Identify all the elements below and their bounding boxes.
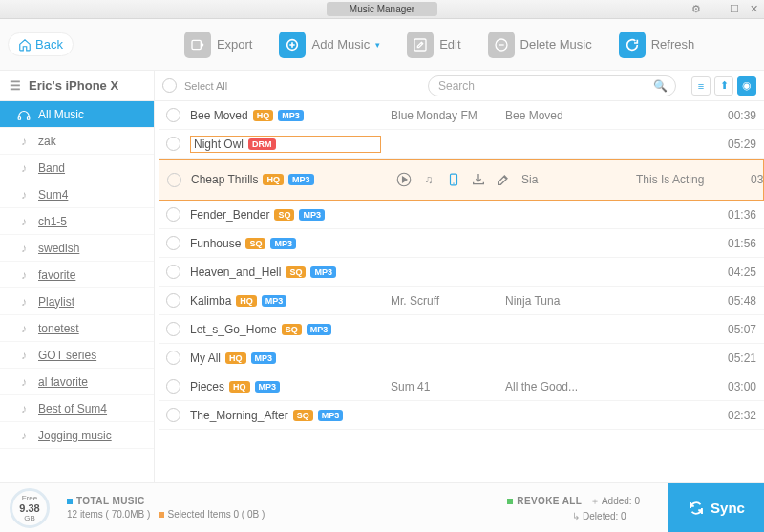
add-music-icon	[279, 32, 306, 58]
revoke-label[interactable]: REVOKE ALL	[517, 496, 582, 506]
sq-badge: SQ	[282, 324, 302, 335]
track-row[interactable]: Pieces HQ MP3Sum 41All the Good...03:00	[159, 372, 764, 401]
track-album: All the Good...	[505, 380, 610, 394]
track-checkbox[interactable]	[167, 173, 181, 187]
sidebar-item-band[interactable]: ♪Band	[0, 155, 154, 181]
track-checkbox[interactable]	[166, 322, 180, 336]
sidebar-item-got-series[interactable]: ♪GOT series	[0, 342, 154, 369]
sidebar-item-jogging-music[interactable]: ♪Jogging music	[0, 422, 154, 449]
note-icon: ♪	[17, 188, 31, 202]
sidebar-item-ch1-5[interactable]: ♪ch1-5	[0, 208, 154, 235]
sort-button[interactable]: ⬆	[714, 76, 733, 96]
note-icon: ♪	[17, 135, 31, 148]
note-icon: ♪	[17, 375, 31, 389]
maximize-icon[interactable]: ☐	[728, 3, 741, 16]
track-row[interactable]: Heaven_and_Hell SQ MP304:25	[159, 258, 764, 287]
track-checkbox[interactable]	[166, 379, 180, 394]
note-icon: ♪	[17, 161, 31, 175]
refresh-button[interactable]: Refresh	[619, 32, 695, 58]
track-row[interactable]: The_Morning_After SQ MP302:32	[159, 401, 764, 430]
track-row[interactable]: Fender_Bender SQ MP301:36	[159, 201, 764, 229]
track-row[interactable]: Let_s_Go_Home SQ MP305:07	[159, 315, 764, 344]
back-label: Back	[35, 37, 63, 52]
sidebar-item-playlist[interactable]: ♪Playlist	[0, 288, 154, 315]
track-row[interactable]: Night Owl DRM05:29	[159, 130, 764, 159]
sidebar-item-favorite[interactable]: ♪favorite	[0, 262, 154, 288]
sidebar-item-tonetest[interactable]: ♪tonetest	[0, 315, 154, 342]
track-rows: Bee Moved HQ MP3Blue Monday FMBee Moved0…	[155, 101, 764, 482]
list-header: Select All Search 🔍 ≡ ⬆ ◉	[155, 71, 764, 101]
track-name: Bee Moved	[190, 109, 248, 122]
sidebar-item-label: tonetest	[38, 322, 79, 335]
add-music-label: Add Music	[311, 37, 370, 52]
sq-badge: SQ	[245, 238, 265, 249]
sidebar-item-zak[interactable]: ♪zak	[0, 128, 154, 155]
track-row[interactable]: Funhouse SQ MP301:56	[159, 229, 764, 258]
track-checkbox[interactable]	[166, 108, 180, 122]
sidebar-item-label: All Music	[38, 108, 84, 121]
track-checkbox[interactable]	[166, 351, 180, 365]
list-view-button[interactable]: ≡	[691, 76, 711, 96]
columns-button[interactable]: ◉	[737, 76, 756, 96]
track-row[interactable]: Bee Moved HQ MP3Blue Monday FMBee Moved0…	[159, 101, 764, 130]
export-button[interactable]: Export	[184, 32, 253, 58]
sync-button[interactable]: Sync	[668, 483, 764, 532]
sidebar-item-all-music[interactable]: All Music	[0, 101, 154, 128]
added-count: Added: 0	[602, 496, 640, 506]
track-row[interactable]: My All HQ MP305:21	[159, 344, 764, 372]
note-icon: ♪	[17, 429, 31, 442]
track-row[interactable]: Kalimba HQ MP3Mr. ScruffNinja Tuna05:48	[159, 287, 764, 315]
delete-music-button[interactable]: Delete Music	[488, 32, 592, 58]
mp3-badge: MP3	[299, 209, 325, 221]
mp3-badge: MP3	[278, 110, 304, 121]
track-name: My All	[190, 351, 221, 365]
edit-icon	[407, 32, 434, 58]
device-row[interactable]: ☰ Eric's iPhone X	[0, 71, 154, 101]
main: ☰ Eric's iPhone X All Music♪zak♪Band♪Sum…	[0, 71, 764, 482]
sidebar-item-al-favorite[interactable]: ♪al favorite	[0, 369, 154, 395]
track-artist: Sia	[521, 173, 626, 186]
back-button[interactable]: Back	[8, 32, 74, 56]
sidebar-item-sum4[interactable]: ♪Sum4	[0, 181, 154, 208]
free-label: Free	[22, 494, 37, 502]
play-icon[interactable]	[395, 171, 413, 188]
free-unit: GB	[24, 514, 35, 522]
total-music-detail: 12 items ( 70.0MB )	[67, 509, 150, 520]
queue-icon[interactable]: ♫	[420, 171, 437, 188]
track-checkbox[interactable]	[166, 265, 180, 279]
deleted-count: Deleted: 0	[583, 511, 626, 521]
search-input[interactable]: Search 🔍	[428, 75, 676, 96]
toolbar: Back Export Add Music ▾ Edit Delete Musi…	[0, 19, 764, 71]
sidebar-item-best-of-sum4[interactable]: ♪Best of Sum4	[0, 395, 154, 422]
edit-track-icon[interactable]	[495, 171, 512, 188]
sync-label: Sync	[711, 500, 745, 516]
select-all-checkbox[interactable]	[162, 78, 177, 93]
free-value: 9.38	[19, 502, 39, 514]
track-album: Ninja Tuna	[505, 294, 610, 308]
sidebar-item-label: ch1-5	[38, 215, 67, 228]
track-checkbox[interactable]	[166, 408, 180, 422]
import-icon[interactable]	[470, 171, 487, 188]
export-label: Export	[217, 37, 253, 52]
track-checkbox[interactable]	[166, 207, 180, 222]
edit-button[interactable]: Edit	[407, 32, 460, 58]
track-artist: Mr. Scruff	[391, 294, 496, 308]
sidebar-item-label: Band	[38, 161, 65, 175]
track-row[interactable]: Cheap Thrills HQ MP3♫SiaThis Is Acting03…	[159, 159, 764, 201]
track-name: The_Morning_After	[190, 409, 288, 422]
track-checkbox[interactable]	[166, 293, 180, 308]
chevron-down-icon[interactable]: ▾	[375, 40, 380, 50]
track-name: Kalimba	[190, 294, 231, 308]
delete-label: Delete Music	[520, 37, 592, 52]
settings-icon[interactable]: ⚙	[690, 3, 703, 16]
track-checkbox[interactable]	[166, 137, 180, 151]
track-checkbox[interactable]	[166, 236, 180, 250]
mp3-badge: MP3	[270, 238, 296, 249]
minimize-icon[interactable]: —	[709, 3, 722, 16]
mp3-badge: MP3	[318, 410, 344, 421]
add-music-button[interactable]: Add Music ▾	[279, 32, 380, 58]
sidebar-item-swedish[interactable]: ♪swedish	[0, 235, 154, 262]
device-icon[interactable]	[445, 171, 462, 188]
note-icon: ♪	[17, 402, 31, 415]
close-icon[interactable]: ✕	[747, 3, 760, 16]
